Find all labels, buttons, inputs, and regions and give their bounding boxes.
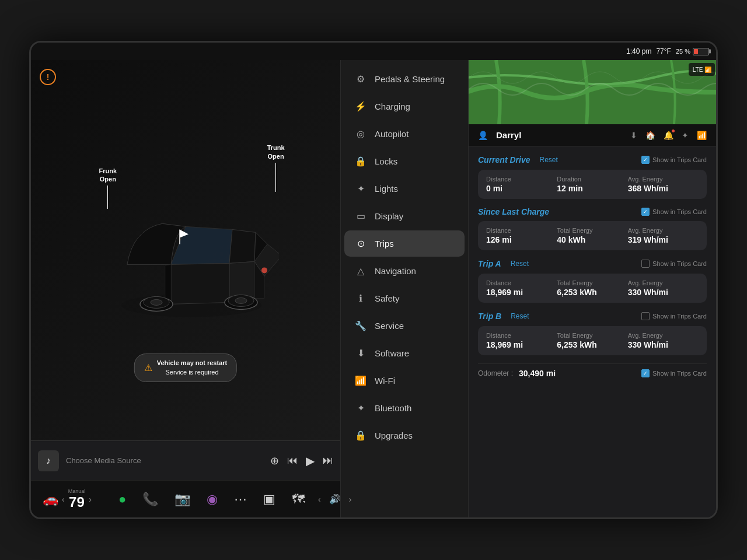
odometer-label: Odometer : bbox=[478, 369, 513, 377]
ta-energy-label: Total Energy bbox=[557, 279, 627, 286]
next-btn[interactable]: ⏭ bbox=[323, 454, 333, 467]
lights-label: Lights bbox=[375, 184, 398, 194]
current-drive-reset[interactable]: Reset bbox=[536, 155, 561, 165]
trip-a-checkbox[interactable] bbox=[641, 260, 650, 268]
battery-percent: 25 % bbox=[676, 48, 690, 55]
tb-distance: Distance 18,969 mi bbox=[486, 332, 557, 349]
bell-icon[interactable]: 🔔 bbox=[664, 131, 673, 140]
menu-item-service[interactable]: 🔧 Service bbox=[344, 313, 465, 339]
trip-b-section: Trip B Reset Show in Trips Card Distance… bbox=[478, 311, 707, 355]
display-label: Display bbox=[375, 211, 403, 221]
home-icon[interactable]: 🏠 bbox=[645, 131, 655, 140]
bluetooth-label: Bluetooth bbox=[375, 403, 411, 413]
pedals-label: Pedals & Steering bbox=[375, 74, 445, 84]
map-icon[interactable]: 🗺 bbox=[292, 492, 305, 507]
download-icon[interactable]: ⬇ bbox=[630, 131, 637, 140]
current-drive-show-label: Show in Trips Card bbox=[652, 156, 707, 163]
trip-a-reset[interactable]: Reset bbox=[507, 258, 532, 269]
since-last-charge-show-trips: ✓ Show in Trips Card bbox=[641, 208, 707, 216]
trip-b-checkbox[interactable] bbox=[641, 312, 650, 320]
cd-energy-label: Avg. Energy bbox=[628, 176, 699, 183]
media-source-label: Choose Media Source bbox=[66, 456, 263, 465]
menu-item-safety[interactable]: ℹ Safety bbox=[344, 285, 465, 312]
svg-point-6 bbox=[235, 298, 247, 303]
ta-distance-value: 18,969 mi bbox=[486, 288, 557, 297]
play-btn[interactable]: ▶ bbox=[306, 454, 315, 468]
left-panel: ! FrunkOpen TrunkOpen bbox=[31, 60, 340, 517]
current-drive-energy: Avg. Energy 368 Wh/mi bbox=[628, 176, 699, 193]
display-icon: ▭ bbox=[355, 211, 366, 222]
car-icon-btn[interactable]: 🚗 bbox=[43, 492, 58, 507]
current-drive-checkbox[interactable]: ✓ bbox=[641, 156, 650, 164]
wifi-icon: 📶 bbox=[355, 375, 366, 386]
svg-point-3 bbox=[151, 299, 162, 305]
menu-item-trips[interactable]: ⊙ Trips bbox=[344, 230, 465, 257]
menu-item-wifi[interactable]: 📶 Wi-Fi bbox=[344, 368, 465, 394]
temp-mode-label: Manual bbox=[68, 488, 86, 494]
bluetooth-status-icon[interactable]: ✦ bbox=[682, 131, 689, 140]
warning-banner: ⚠ Vehicle may not restart Service is req… bbox=[134, 354, 237, 382]
battery-bar bbox=[693, 48, 709, 55]
slc-avg-energy-label: Avg. Energy bbox=[628, 227, 699, 234]
menu-item-bluetooth[interactable]: ✦ Bluetooth bbox=[344, 395, 465, 421]
menu-item-display[interactable]: ▭ Display bbox=[344, 203, 465, 229]
ta-energy: Total Energy 6,253 kWh bbox=[557, 279, 627, 297]
ta-avg-energy-label: Avg. Energy bbox=[628, 279, 699, 286]
since-last-charge-checkbox[interactable]: ✓ bbox=[641, 208, 650, 216]
slc-distance: Distance 126 mi bbox=[486, 227, 557, 244]
safety-label: Safety bbox=[375, 293, 400, 303]
navigation-label: Navigation bbox=[375, 266, 416, 276]
odometer-show-trips: ✓ Show in Trips Card bbox=[641, 369, 707, 377]
user-profile-icon: 👤 bbox=[478, 131, 488, 140]
menu-item-charging[interactable]: ⚡ Charging bbox=[344, 93, 465, 120]
menu-item-lights[interactable]: ✦ Lights bbox=[344, 176, 465, 202]
trips-content: Current Drive Reset ✓ Show in Trips Card… bbox=[469, 146, 716, 391]
volume-icon[interactable]: 🔊 bbox=[329, 494, 341, 505]
menu-item-upgrades[interactable]: 🔒 Upgrades bbox=[344, 422, 465, 449]
temp-increase-btn[interactable]: › bbox=[89, 495, 92, 504]
car-view: ! FrunkOpen TrunkOpen bbox=[31, 60, 340, 440]
trip-b-reset[interactable]: Reset bbox=[507, 311, 532, 321]
cd-energy-value: 368 Wh/mi bbox=[628, 184, 699, 193]
add-media-btn[interactable]: ⊕ bbox=[270, 454, 279, 467]
user-name: Darryl bbox=[496, 130, 622, 140]
status-bar: 1:40 pm 77°F 25 % bbox=[31, 43, 716, 60]
current-drive-title: Current Drive bbox=[478, 155, 530, 164]
tb-energy-value: 6,253 kWh bbox=[557, 340, 627, 349]
battery-indicator: 25 % bbox=[676, 48, 709, 55]
ta-energy-value: 6,253 kWh bbox=[557, 288, 627, 297]
current-drive-header: Current Drive Reset ✓ Show in Trips Card bbox=[478, 155, 707, 165]
prev-btn[interactable]: ⏮ bbox=[287, 454, 298, 467]
upgrades-label: Upgrades bbox=[375, 430, 413, 440]
slc-energy-label: Total Energy bbox=[557, 227, 627, 234]
map-overlay bbox=[469, 60, 716, 124]
software-label: Software bbox=[375, 348, 409, 358]
menu-item-navigation[interactable]: △ Navigation bbox=[344, 258, 465, 284]
camera-icon[interactable]: 📷 bbox=[174, 492, 190, 507]
trip-b-card: Distance 18,969 mi Total Energy 6,253 kW… bbox=[478, 326, 707, 355]
forward-btn[interactable]: › bbox=[349, 495, 352, 504]
menu-item-software[interactable]: ⬇ Software bbox=[344, 340, 465, 366]
ta-distance: Distance 18,969 mi bbox=[486, 279, 557, 297]
temp-decrease-btn[interactable]: ‹ bbox=[62, 495, 65, 504]
phone-icon[interactable]: 📞 bbox=[142, 492, 158, 507]
since-last-charge-header: Since Last Charge ✓ Show in Trips Card bbox=[478, 207, 707, 216]
menu-item-autopilot[interactable]: ◎ Autopilot bbox=[344, 121, 465, 147]
radio-icon[interactable]: ◉ bbox=[207, 492, 218, 507]
menu-item-locks[interactable]: 🔒 Locks bbox=[344, 148, 465, 174]
cards-icon[interactable]: ▣ bbox=[263, 492, 275, 507]
back-btn[interactable]: ‹ bbox=[318, 495, 321, 504]
odometer-checkbox[interactable]: ✓ bbox=[641, 369, 650, 377]
slc-distance-label: Distance bbox=[486, 227, 557, 234]
menu-item-pedals[interactable]: ⚙ Pedals & Steering bbox=[344, 66, 465, 92]
media-bar[interactable]: ♪ Choose Media Source ⊕ ⏮ ▶ ⏭ bbox=[31, 440, 340, 480]
odometer-show-label: Show in Trips Card bbox=[652, 370, 707, 377]
autopilot-label: Autopilot bbox=[375, 129, 409, 139]
more-icon[interactable]: ⋯ bbox=[234, 492, 247, 507]
user-bar: 👤 Darryl ⬇ 🏠 🔔 ✦ 📶 bbox=[469, 124, 716, 146]
tb-distance-value: 18,969 mi bbox=[486, 340, 557, 349]
spotify-icon[interactable]: ● bbox=[118, 492, 126, 507]
trips-label: Trips bbox=[375, 239, 394, 249]
locks-icon: 🔒 bbox=[355, 156, 366, 167]
taskbar: 🚗 ‹ Manual 79 › ● 📞 📷 ◉ ⋯ ▣ 🗺 bbox=[31, 480, 340, 517]
